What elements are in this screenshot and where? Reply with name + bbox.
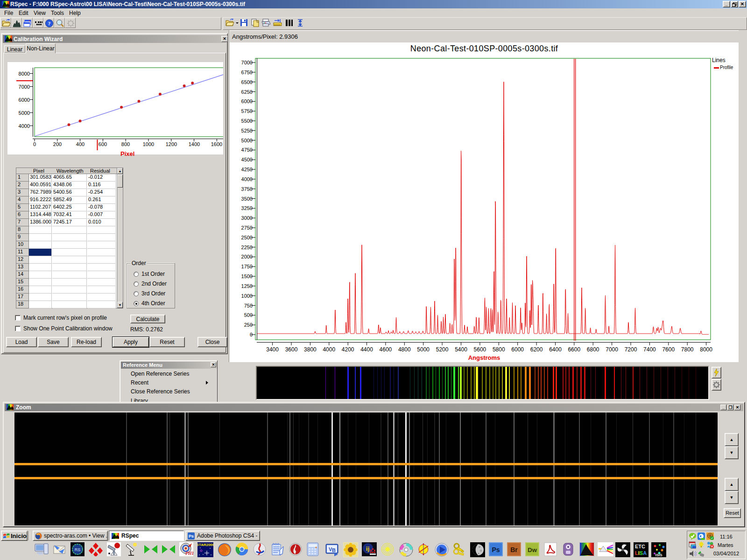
svg-text:ij: ij	[366, 546, 369, 552]
svg-text:Ps: Ps	[189, 534, 194, 539]
svg-text:Dw: Dw	[528, 546, 537, 553]
svg-text:ISIS: ISIS	[655, 553, 662, 557]
svg-text:ETC: ETC	[635, 544, 645, 549]
svg-text:RS: RS	[75, 547, 81, 552]
svg-text:Br: Br	[510, 546, 518, 553]
svg-text:Ps: Ps	[492, 546, 500, 553]
svg-text:?: ?	[48, 21, 51, 26]
svg-text:B: B	[332, 547, 336, 553]
svg-text:PHD: PHD	[185, 551, 193, 556]
svg-text:STAR2000: STAR2000	[197, 543, 213, 547]
svg-text:LISA: LISA	[635, 550, 647, 556]
